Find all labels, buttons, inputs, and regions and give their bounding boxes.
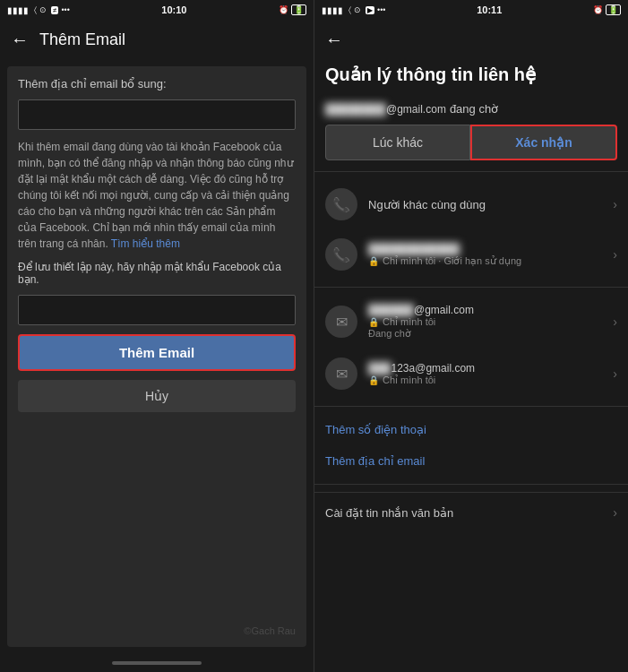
contact-info-3: ██████@gmail.com 🔒 Chỉ mình tôi Đang chờ	[368, 304, 602, 340]
chevron-icon-2: ›	[613, 247, 617, 262]
left-home-indicator	[0, 654, 314, 672]
chevron-icon-1: ›	[613, 197, 617, 211]
email-input-label: Thêm địa chỉ email bổ sung:	[18, 77, 296, 90]
contact-item-1[interactable]: 📞 Người khác cùng dùng ›	[314, 179, 628, 229]
right-time: 10:11	[477, 4, 502, 15]
left-panel: ▮▮▮▮ 〈 ⊙ ≠ ••• 10:10 ⏰ 🔋 ← Thêm Email Th…	[0, 0, 314, 672]
settings-chevron-icon: ›	[613, 505, 617, 520]
right-page-title: Quản lý thông tin liên hệ	[314, 59, 628, 97]
phone-icon-1: 📞	[325, 188, 357, 220]
password-label: Để lưu thiết lập này, hãy nhập mật khẩu …	[18, 261, 296, 286]
divider-4	[314, 484, 628, 485]
divider-1	[314, 171, 628, 172]
right-right-icons: ⏰ 🔋	[593, 4, 621, 15]
contact-item-2[interactable]: 📞 ████████████ 🔒 Chỉ mình tôi · Giới hạn…	[314, 229, 628, 280]
contact-item-4[interactable]: ✉ ███123a@gmail.com 🔒 Chỉ mình tôi ›	[314, 349, 628, 399]
settings-row[interactable]: Cài đặt tin nhắn văn bản ›	[314, 492, 628, 532]
left-header: ← Thêm Email	[0, 20, 314, 59]
password-input-field[interactable]	[18, 295, 296, 325]
divider-2	[314, 287, 628, 288]
add-email-button[interactable]: Thêm Email	[18, 334, 296, 371]
contact-name-1: Người khác cùng dùng	[368, 198, 602, 211]
watermark: ©Gach Rau	[244, 625, 296, 636]
action-buttons-row: Lúc khác Xác nhận	[314, 121, 628, 164]
confirm-button[interactable]: Xác nhận	[470, 125, 617, 160]
add-email-link[interactable]: Thêm địa chỉ email	[314, 445, 628, 477]
contact-info-4: ███123a@gmail.com 🔒 Chỉ mình tôi	[368, 362, 602, 386]
contact-name-2: ████████████	[368, 243, 602, 255]
right-status-bar: ▮▮▮▮ 〈 ⊙ ▶ ••• 10:11 ⏰ 🔋	[314, 0, 628, 20]
email-icon-1: ✉	[325, 306, 357, 338]
cancel-button[interactable]: Hủy	[18, 380, 296, 412]
contact-info-1: Người khác cùng dùng	[368, 198, 602, 211]
form-container: Thêm địa chỉ email bổ sung: Khi thêm ema…	[7, 66, 306, 647]
learn-more-link[interactable]: Tìm hiểu thêm	[111, 237, 180, 250]
email-icon-2: ✉	[325, 358, 357, 390]
contact-name-4: ███123a@gmail.com	[368, 362, 602, 375]
left-signal-icons: ▮▮▮▮ 〈 ⊙ ≠ •••	[7, 5, 70, 15]
phone-icon-2: 📞	[325, 238, 357, 271]
divider-3	[314, 406, 628, 407]
right-back-button[interactable]: ←	[325, 30, 343, 50]
settings-label: Cài đặt tin nhắn văn bản	[325, 506, 613, 520]
contact-info-2: ████████████ 🔒 Chỉ mình tôi · Giới hạn s…	[368, 243, 602, 267]
left-back-button[interactable]: ←	[11, 30, 29, 50]
contact-item-3[interactable]: ✉ ██████@gmail.com 🔒 Chỉ mình tôi Đang c…	[314, 295, 628, 349]
contact-detail-4: 🔒 Chỉ mình tôi	[368, 375, 602, 386]
contact-detail-2: 🔒 Chỉ mình tôi · Giới hạn sử dụng	[368, 255, 602, 267]
left-status-bar: ▮▮▮▮ 〈 ⊙ ≠ ••• 10:10 ⏰ 🔋	[0, 0, 314, 20]
contact-detail-3: 🔒 Chỉ mình tôi	[368, 316, 602, 328]
chevron-icon-4: ›	[613, 366, 617, 381]
pending-email-address: ████████@gmail.com	[325, 103, 446, 116]
later-button[interactable]: Lúc khác	[325, 125, 470, 160]
left-page-title: Thêm Email	[39, 30, 125, 49]
right-signal-icons: ▮▮▮▮ 〈 ⊙ ▶ •••	[322, 5, 385, 15]
right-panel: ▮▮▮▮ 〈 ⊙ ▶ ••• 10:11 ⏰ 🔋 ← Quản lý thông…	[314, 0, 628, 672]
left-right-icons: ⏰ 🔋	[279, 4, 306, 15]
right-header: ←	[314, 20, 628, 59]
contact-name-3: ██████@gmail.com	[368, 304, 602, 316]
left-time: 10:10	[161, 4, 186, 15]
add-phone-link[interactable]: Thêm số điện thoại	[314, 414, 628, 445]
description-text: Khi thêm email đang dùng vào tài khoản F…	[18, 139, 296, 252]
contact-detail-3b: Đang chờ	[368, 328, 602, 340]
chevron-icon-3: ›	[613, 314, 617, 329]
email-input-field[interactable]	[18, 99, 296, 130]
pending-email-row: ████████@gmail.com đang chờ	[314, 97, 628, 121]
pending-email-status: đang chờ	[450, 102, 498, 116]
